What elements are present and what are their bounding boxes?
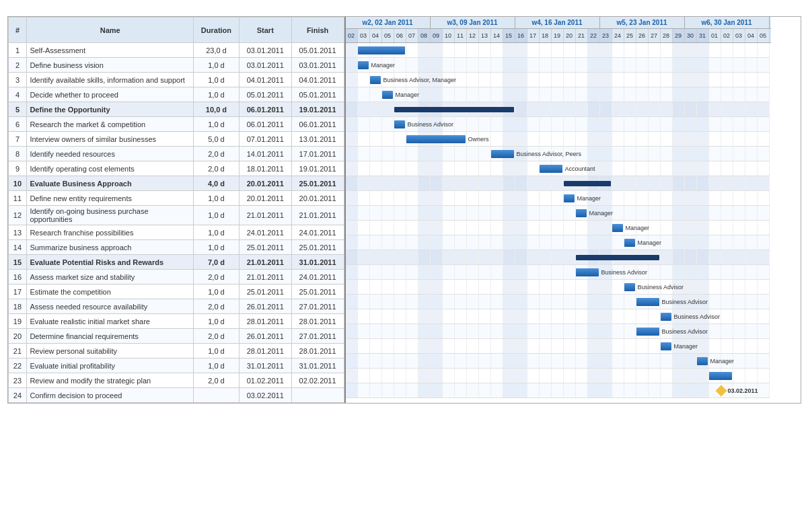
gantt-row: Owners [346, 132, 770, 147]
table-row: 13 Research franchise possibilities 1,0 … [8, 225, 344, 240]
week-header-cell: w2, 02 Jan 2011 [346, 17, 431, 28]
gantt-row [346, 369, 770, 383]
gantt-row [346, 176, 770, 191]
table-row: 14 Summarize business approach 1,0 d 25.… [8, 240, 344, 255]
table-row: 16 Assess market size and stability 2,0 … [8, 270, 344, 284]
table-row: 20 Determine financial requirements 2,0 … [8, 329, 344, 344]
table-row: 9 Identify operating cost elements 2,0 d… [8, 161, 344, 176]
day-header-cell: 31 [697, 29, 709, 42]
gantt-row: Business Advisor [346, 280, 770, 295]
gantt-row [346, 43, 770, 58]
day-header-cell: 04 [745, 29, 758, 42]
day-header-cell: 22 [588, 29, 600, 42]
gantt-row: Accountant [346, 161, 770, 176]
col-header-finish: Finish [291, 17, 344, 43]
day-header-cell: 02 [721, 29, 733, 42]
day-header-cell: 30 [685, 29, 697, 42]
day-header-cell: 27 [649, 29, 661, 42]
gantt-row: Manager [346, 221, 770, 235]
table-row: 17 Estimate the competition 1,0 d 25.01.… [8, 284, 344, 299]
gantt-row: Manager [346, 354, 770, 369]
week-header-cell: w4, 16 Jan 2011 [515, 17, 600, 28]
day-header-cell: 10 [443, 29, 455, 42]
page-title [7, 0, 801, 16]
day-header-cell: 05 [382, 29, 394, 42]
table-row: 3 Identify available skills, information… [8, 73, 344, 87]
table-row: 8 Identify needed resources 2,0 d 14.01.… [8, 147, 344, 161]
table-row: 21 Review personal suitability 1,0 d 28.… [8, 344, 344, 358]
table-row: 19 Evaluate realistic initial market sha… [8, 314, 344, 329]
col-header-num: # [8, 17, 27, 43]
table-row: 18 Assess needed resource availability 2… [8, 299, 344, 314]
day-header-cell: 15 [503, 29, 515, 42]
day-header-cell: 25 [624, 29, 636, 42]
day-header-cell: 19 [552, 29, 564, 42]
gantt-row: Business Advisor, Manager [346, 73, 770, 87]
gantt-row: Manager [346, 87, 770, 102]
col-header-start: Start [239, 17, 291, 43]
gantt-row [346, 250, 770, 265]
day-header-cell: 24 [612, 29, 624, 42]
day-header-cell: 18 [540, 29, 552, 42]
day-header-cell: 04 [370, 29, 382, 42]
day-header-cell: 08 [418, 29, 431, 42]
table-row: 6 Research the market & competition 1,0 … [8, 117, 344, 132]
day-header-cell: 03 [733, 29, 745, 42]
week-header-cell: w6, 30 Jan 2011 [685, 17, 770, 28]
gantt-row: Business Advisor [346, 265, 770, 280]
gantt-row: Business Advisor [346, 295, 770, 309]
day-header-cell: 20 [564, 29, 576, 42]
day-header-cell: 01 [709, 29, 721, 42]
table-row: 11 Define new entity requirements 1,0 d … [8, 191, 344, 206]
gantt-row: Business Advisor [346, 324, 770, 339]
day-header-cell: 14 [491, 29, 503, 42]
day-header-cell: 23 [600, 29, 612, 42]
day-header-cell: 12 [467, 29, 479, 42]
gantt-row [346, 102, 770, 117]
gantt-row: Manager [346, 235, 770, 250]
table-row: 23 Review and modify the strategic plan … [8, 373, 344, 388]
day-header-cell: 03 [358, 29, 370, 42]
day-header-cell: 05 [758, 29, 770, 42]
day-header-cell: 06 [394, 29, 406, 42]
gantt-row: Manager [346, 191, 770, 206]
day-header-cell: 11 [455, 29, 467, 42]
gantt-row: 03.02.2011 [346, 383, 770, 398]
day-header-cell: 21 [576, 29, 588, 42]
week-header-cell: w3, 09 Jan 2011 [431, 17, 515, 28]
gantt-row: Business Advisor, Peers [346, 147, 770, 161]
week-header-cell: w5, 23 Jan 2011 [600, 17, 685, 28]
table-row: 24 Confirm decision to proceed 03.02.201… [8, 388, 344, 403]
task-table: # Name Duration Start Finish 1 Self-Asse… [8, 17, 346, 403]
gantt-row: Manager [346, 58, 770, 73]
table-row: 5 Define the Opportunity 10,0 d 06.01.20… [8, 102, 344, 117]
table-row: 15 Evaluate Potential Risks and Rewards … [8, 255, 344, 270]
gantt-row: Manager [346, 206, 770, 221]
gantt-row: Manager [346, 339, 770, 354]
table-row: 7 Interview owners of similar businesses… [8, 132, 344, 147]
day-header-cell: 09 [431, 29, 443, 42]
day-header-cell: 16 [515, 29, 527, 42]
table-row: 22 Evaluate initial profitability 1,0 d … [8, 358, 344, 373]
day-header-cell: 28 [661, 29, 673, 42]
table-row: 2 Define business vision 1,0 d 03.01.201… [8, 58, 344, 73]
gantt-row: Business Advisor [346, 309, 770, 324]
col-header-duration: Duration [194, 17, 240, 43]
day-header-cell: 29 [673, 29, 685, 42]
day-header-cell: 13 [479, 29, 491, 42]
day-header-cell: 07 [406, 29, 418, 42]
day-header-cell: 17 [527, 29, 540, 42]
gantt-row: Business Advisor [346, 117, 770, 132]
table-row: 4 Decide whether to proceed 1,0 d 05.01.… [8, 87, 344, 102]
gantt-chart: w2, 02 Jan 2011w3, 09 Jan 2011w4, 16 Jan… [346, 17, 771, 403]
table-row: 12 Identify on-going business purchase o… [8, 206, 344, 225]
day-header-cell: 02 [346, 29, 358, 42]
col-header-name: Name [27, 17, 194, 43]
day-header-cell: 26 [636, 29, 649, 42]
table-row: 10 Evaluate Business Approach 4,0 d 20.0… [8, 176, 344, 191]
table-row: 1 Self-Assessment 23,0 d 03.01.2011 05.0… [8, 43, 344, 58]
